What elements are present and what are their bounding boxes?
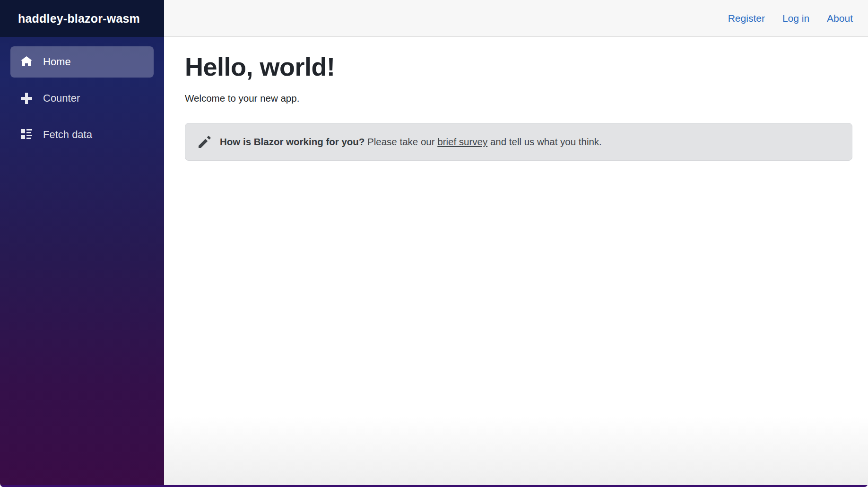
plus-icon: [21, 93, 32, 104]
sidebar-item-fetch-data[interactable]: Fetch data: [10, 119, 154, 150]
about-link[interactable]: About: [827, 13, 853, 24]
top-bar: Register Log in About: [164, 0, 868, 37]
sidebar-item-label: Home: [43, 56, 71, 68]
list-rich-icon: [21, 129, 32, 140]
main-content: Hello, world! Welcome to your new app. H…: [164, 37, 868, 487]
main-column: Register Log in About Hello, world! Welc…: [164, 0, 868, 487]
login-link[interactable]: Log in: [782, 13, 809, 24]
bottom-shadow: [164, 416, 868, 487]
survey-text-after-link: and tell us what you think.: [487, 136, 602, 147]
survey-alert: How is Blazor working for you? Please ta…: [185, 123, 852, 161]
pencil-icon: [199, 136, 211, 148]
home-icon: [21, 56, 32, 68]
survey-link[interactable]: brief survey: [437, 136, 487, 147]
sidebar-item-label: Counter: [43, 92, 80, 104]
brand-title[interactable]: haddley-blazor-wasm: [18, 12, 140, 26]
sidebar-item-label: Fetch data: [43, 129, 92, 141]
register-link[interactable]: Register: [728, 13, 765, 24]
survey-text: How is Blazor working for you? Please ta…: [220, 136, 602, 148]
app-window: haddley-blazor-wasm Home Counter Fetch d…: [0, 0, 868, 487]
window-bottom-edge: [0, 485, 868, 487]
survey-text-before-link: Please take our: [365, 136, 437, 147]
sidebar: haddley-blazor-wasm Home Counter Fetch d…: [0, 0, 164, 487]
welcome-text: Welcome to your new app.: [185, 93, 852, 104]
sidebar-nav: Home Counter Fetch data: [0, 37, 164, 487]
page-title: Hello, world!: [185, 52, 852, 81]
sidebar-item-counter[interactable]: Counter: [10, 83, 154, 114]
sidebar-item-home[interactable]: Home: [10, 46, 154, 78]
survey-question: How is Blazor working for you?: [220, 136, 365, 147]
brand-row: haddley-blazor-wasm: [0, 0, 164, 37]
